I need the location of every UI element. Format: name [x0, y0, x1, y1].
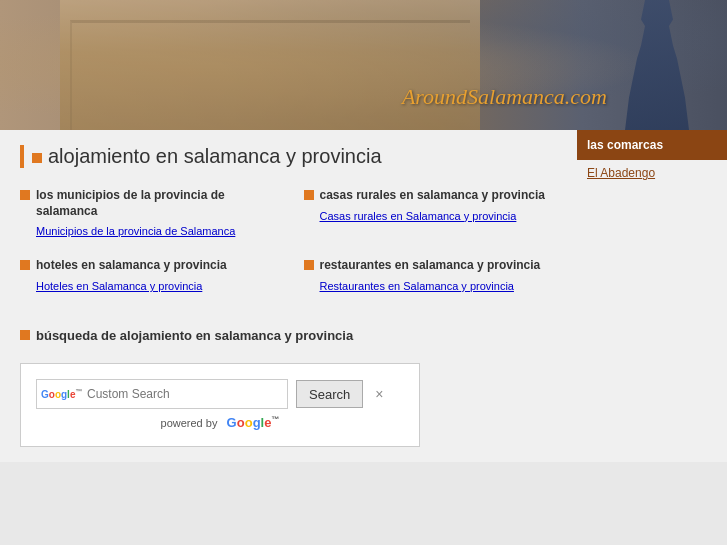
section-title-wrapper-casas: casas rurales en salamanca y provincia	[304, 188, 558, 204]
close-icon[interactable]: ×	[371, 384, 387, 404]
sidebar-header: las comarcas	[577, 130, 727, 160]
page-title: alojamiento en salamanca y provincia	[48, 145, 382, 168]
google-logo-powered: Google™	[227, 415, 280, 430]
section-municipios: los municipios de la provincia de salama…	[20, 188, 274, 238]
site-title: AroundSalamanca.com	[402, 84, 607, 110]
section-heading-hoteles: hoteles en salamanca y provincia	[36, 258, 227, 274]
search-input-wrapper: Google™	[36, 379, 288, 409]
section-casas: casas rurales en salamanca y provincia C…	[304, 188, 558, 238]
title-orange-square	[32, 153, 42, 163]
banner-background: AroundSalamanca.com	[0, 0, 727, 130]
section-link-casas[interactable]: Casas rurales en Salamanca y provincia	[320, 209, 558, 223]
search-row: Google™ Search ×	[36, 379, 404, 409]
building-image	[60, 0, 480, 130]
page-wrapper: AroundSalamanca.com alojamiento en salam…	[0, 0, 727, 462]
sidebar-link-abadengo[interactable]: El Abadengo	[577, 160, 727, 186]
section-heading-municipios: los municipios de la provincia de salama…	[36, 188, 274, 219]
powered-by-label: powered by	[161, 418, 218, 430]
page-title-section: alojamiento en salamanca y provincia	[20, 145, 557, 168]
content-area: alojamiento en salamanca y provincia los…	[0, 130, 577, 462]
sidebar: las comarcas El Abadengo	[577, 130, 727, 462]
search-button[interactable]: Search	[296, 380, 363, 408]
section-title-wrapper-municipios: los municipios de la provincia de salama…	[20, 188, 274, 219]
section-heading-casas: casas rurales en salamanca y provincia	[320, 188, 545, 204]
header-banner: AroundSalamanca.com	[0, 0, 727, 130]
orange-square-hoteles	[20, 260, 30, 270]
orange-square-search	[20, 330, 30, 340]
section-hoteles: hoteles en salamanca y provincia Hoteles…	[20, 258, 274, 293]
content-grid: los municipios de la provincia de salama…	[20, 188, 557, 303]
section-link-restaurantes[interactable]: Restaurantes en Salamanca y provincia	[320, 279, 558, 293]
google-logo-small: Google™	[41, 388, 82, 400]
search-section: Google™ Search × powered by Google™	[20, 363, 420, 446]
section-title-wrapper-hoteles: hoteles en salamanca y provincia	[20, 258, 274, 274]
orange-square-restaurantes	[304, 260, 314, 270]
orange-square-municipios	[20, 190, 30, 200]
section-link-hoteles[interactable]: Hoteles en Salamanca y provincia	[36, 279, 274, 293]
orange-square-casas	[304, 190, 314, 200]
section-restaurantes: restaurantes en salamanca y provincia Re…	[304, 258, 558, 293]
search-section-title: búsqueda de alojamiento en salamanca y p…	[36, 328, 353, 343]
powered-by: powered by Google™	[36, 415, 404, 430]
search-outer: búsqueda de alojamiento en salamanca y p…	[20, 328, 557, 446]
section-title-wrapper-restaurantes: restaurantes en salamanca y provincia	[304, 258, 558, 274]
main-layout: alojamiento en salamanca y provincia los…	[0, 130, 727, 462]
section-heading-restaurantes: restaurantes en salamanca y provincia	[320, 258, 541, 274]
search-title-wrapper: búsqueda de alojamiento en salamanca y p…	[20, 328, 557, 343]
section-link-municipios[interactable]: Municipios de la provincia de Salamanca	[36, 224, 274, 238]
